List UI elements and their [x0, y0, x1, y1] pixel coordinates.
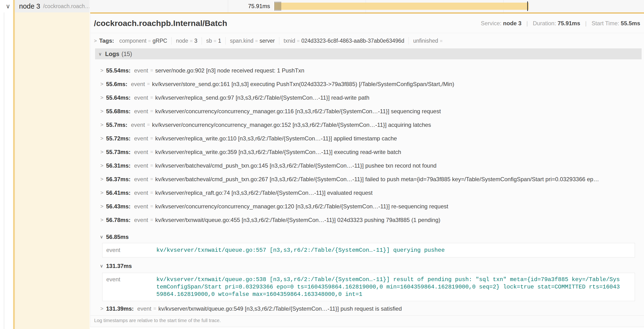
start-time-label: Start Time: — [592, 20, 619, 26]
log-marker-tick — [277, 2, 278, 11]
equals-sign: = — [150, 190, 153, 196]
chevron-down-icon: ∨ — [100, 234, 106, 240]
chevron-right-icon: > — [100, 95, 106, 101]
equals-sign: = — [147, 122, 150, 128]
equals-sign: = — [154, 306, 156, 311]
span-timeline-row: ∨ node 3 /cockroach.roach… 75.91ms — [0, 0, 644, 12]
log-message: server/node.go:902 [n3] node received re… — [155, 67, 304, 74]
span-name-cell[interactable]: node 3 /cockroach.roach… — [13, 0, 90, 12]
log-field-name: event — [134, 203, 148, 210]
log-entry-row[interactable]: >55.72ms:event=kv/kvserver/replica_write… — [95, 132, 641, 145]
log-field-name: event — [134, 217, 148, 224]
chevron-right-icon: > — [100, 108, 106, 114]
log-field-name: event — [131, 122, 145, 128]
tag-key: component — [120, 38, 146, 44]
span-operation-name: /cockroach.roach… — [43, 3, 90, 10]
log-entry-row[interactable]: >56.43ms:event=kv/kvserver/concurrency/c… — [95, 200, 641, 213]
log-entry-row[interactable]: >131.39ms:event=kv/kvserver/txnwait/queu… — [95, 302, 641, 316]
tag-value: 3 — [194, 38, 197, 44]
equals-sign: = — [148, 38, 151, 44]
log-entry-row[interactable]: >56.37ms:event=kv/kvserver/batcheval/cmd… — [95, 172, 641, 186]
tag-item[interactable]: sb=1 — [202, 37, 226, 44]
log-marker-tick — [280, 2, 281, 11]
logs-title: Logs — [105, 50, 120, 58]
logs-list: >55.54ms:event=server/node.go:902 [n3] n… — [95, 59, 641, 316]
log-entry-expanded-header[interactable]: ∨56.85ms — [95, 232, 641, 242]
log-field-name: event — [134, 162, 148, 169]
meta-separator: | — [523, 20, 531, 26]
tag-item[interactable]: component=gRPC — [115, 37, 172, 44]
equals-sign: = — [150, 204, 153, 209]
chevron-right-icon: > — [100, 306, 106, 312]
span-detail-pane: /cockroach.roachpb.Internal/Batch Servic… — [90, 12, 644, 327]
tag-item[interactable]: unfinished= — [408, 37, 448, 44]
log-timestamp: 131.37ms — [106, 263, 132, 270]
log-detail-box: eventkv/kvserver/txnwait/queue.go:557 [n… — [102, 243, 635, 258]
log-entry-row[interactable]: >56.31ms:event=kv/kvserver/batcheval/cmd… — [95, 159, 641, 172]
log-entry-row[interactable]: >55.54ms:event=server/node.go:902 [n3] n… — [95, 64, 641, 77]
tags-label: Tags: — [99, 38, 114, 44]
log-timestamp: 55.68ms: — [106, 108, 130, 115]
chevron-right-icon: > — [100, 136, 106, 142]
log-entry-expanded-header[interactable]: ∨131.37ms — [95, 261, 641, 271]
tag-item[interactable]: span.kind=server — [226, 37, 279, 44]
log-timestamp: 56.85ms — [106, 234, 129, 240]
log-marker-tick — [274, 2, 275, 11]
service-label: Service: — [481, 20, 502, 26]
log-entry-row[interactable]: >55.7ms:event=kv/kvserver/concurrency/co… — [95, 118, 641, 132]
span-duration-bar[interactable] — [274, 2, 529, 10]
span-duration-label: 75.91ms — [222, 0, 270, 12]
equals-sign: = — [150, 163, 153, 168]
log-timestamp: 131.39ms: — [106, 306, 134, 312]
chevron-right-icon: > — [100, 190, 106, 196]
tags-section[interactable]: > Tags: component=gRPCnode=3sb=1span.kin… — [90, 33, 644, 48]
log-timestamp: 56.43ms: — [106, 203, 130, 210]
log-field-name: event — [134, 108, 148, 115]
log-message: kv/kvserver/batcheval/cmd_push_txn.go:26… — [155, 176, 599, 182]
log-entry-row[interactable]: >55.73ms:event=kv/kvserver/replica_write… — [95, 145, 641, 159]
log-timestamp: 56.78ms: — [106, 217, 130, 224]
logs-section-header[interactable]: ∨ Logs (15) — [95, 48, 642, 59]
log-message: kv/kvserver/store_send.go:161 [n3,s3] ex… — [152, 81, 454, 88]
equals-sign: = — [440, 38, 442, 44]
log-detail-box: eventkv/kvserver/txnwait/queue.go:538 [n… — [102, 273, 635, 301]
log-message: kv/kvserver/batcheval/cmd_push_txn.go:14… — [155, 162, 436, 169]
equals-sign: = — [150, 149, 153, 155]
log-timestamp: 56.31ms: — [106, 162, 130, 169]
log-field-name: event — [106, 246, 156, 254]
log-message: kv/kvserver/replica_write.go:110 [n3,s3,… — [155, 135, 397, 142]
tag-item[interactable]: node=3 — [171, 37, 202, 44]
tags-list: component=gRPCnode=3sb=1span.kind=server… — [115, 37, 448, 44]
log-field-name: event — [134, 94, 148, 101]
chevron-right-icon: > — [100, 68, 106, 74]
log-message: kv/kvserver/replica_raft.go:74 [n3,s3,r6… — [155, 190, 372, 196]
log-message: kv/kvserver/concurrency/concurrency_mana… — [155, 108, 441, 115]
equals-sign: = — [150, 108, 153, 114]
chevron-down-icon: ∨ — [100, 263, 106, 269]
collapse-trace-chevron-icon[interactable]: ∨ — [6, 0, 10, 12]
chevron-right-icon: > — [100, 81, 106, 87]
equals-sign: = — [255, 38, 258, 44]
chevron-right-icon: > — [100, 122, 106, 128]
equals-sign: = — [150, 95, 153, 100]
log-entry-row[interactable]: >55.6ms:event=kv/kvserver/store_send.go:… — [95, 77, 641, 91]
trace-view: ∨ node 3 /cockroach.roach… 75.91ms /cock… — [0, 0, 644, 329]
log-entry-row[interactable]: >55.64ms:event=kv/kvserver/replica_send.… — [95, 91, 641, 104]
tag-value: 024d3323-6c8f-4863-aa8b-37ab0e63496d — [301, 38, 404, 44]
log-entry-row[interactable]: >56.78ms:event=kv/kvserver/txnwait/queue… — [95, 213, 641, 227]
equals-sign: = — [150, 68, 153, 73]
tag-key: unfinished — [413, 38, 438, 44]
log-timestamp: 56.37ms: — [106, 176, 130, 182]
tag-value: 1 — [218, 38, 221, 44]
tag-key: node — [176, 38, 188, 44]
log-field-name: event — [134, 149, 148, 156]
chevron-right-icon: > — [100, 162, 106, 169]
log-message: kv/kvserver/concurrency/concurrency_mana… — [152, 122, 431, 128]
tag-item[interactable]: txnid=024d3323-6c8f-4863-aa8b-37ab0e6349… — [279, 37, 409, 44]
span-detail-header: /cockroach.roachpb.Internal/Batch Servic… — [90, 14, 644, 33]
log-entry-row[interactable]: >55.68ms:event=kv/kvserver/concurrency/c… — [95, 104, 641, 118]
tag-key: span.kind — [230, 38, 253, 44]
log-timestamp: 55.72ms: — [106, 135, 130, 142]
log-entry-row[interactable]: >56.41ms:event=kv/kvserver/replica_raft.… — [95, 186, 641, 200]
log-marker-tick — [279, 2, 280, 11]
